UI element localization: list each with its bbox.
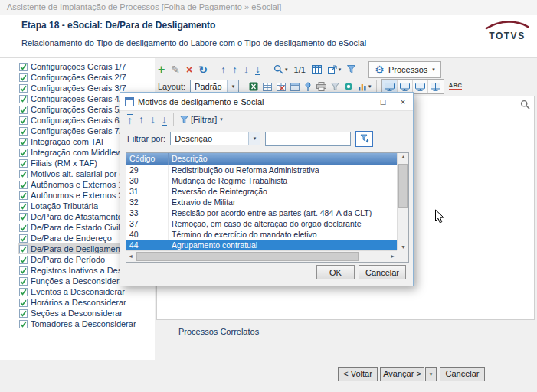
next-record-button[interactable]: ↓ <box>150 114 156 125</box>
view-mode-split-button[interactable] <box>428 80 444 93</box>
first-record-button[interactable]: ↑ <box>221 64 226 75</box>
next-options-dropdown[interactable]: ▾ <box>425 367 437 381</box>
motivos-table: Código Descrição 29 Redistribuição ou Re… <box>126 152 409 263</box>
dialog-window-controls: — □ × <box>353 93 413 110</box>
next-button[interactable]: Avançar > <box>380 367 424 381</box>
step-check-icon <box>19 320 28 328</box>
cancel-button[interactable]: Cancelar <box>440 367 485 381</box>
dialog-title: Motivos de desligamento e-Social <box>138 97 264 106</box>
vertical-scroll-thumb[interactable] <box>398 164 408 208</box>
minimize-icon[interactable]: — <box>353 93 373 110</box>
filter-button[interactable] <box>347 65 355 74</box>
funnel-arrow-icon <box>360 134 369 143</box>
table-row[interactable]: 37 Remoção, em caso de alteração do órgã… <box>126 218 397 229</box>
chart-button[interactable]: ▾ <box>358 83 372 91</box>
step-label: Autônomos e Externos 2/2 <box>31 191 130 200</box>
close-icon[interactable]: × <box>393 93 413 110</box>
excel-export-button[interactable] <box>249 82 258 91</box>
step-check-icon <box>19 288 28 296</box>
zoom-button[interactable]: ▾ <box>273 64 288 74</box>
spellcheck-button[interactable]: ABC <box>449 83 462 91</box>
first-record-button[interactable]: ↑ <box>127 114 133 126</box>
scrollbar-corner <box>397 250 408 262</box>
back-button[interactable]: < Voltar <box>338 367 378 381</box>
filter-row-button[interactable] <box>331 83 339 91</box>
apply-filter-button[interactable] <box>355 131 373 147</box>
column-header-codigo[interactable]: Código <box>126 153 169 165</box>
previous-record-button[interactable]: ↑ <box>232 64 237 75</box>
step-label: Eventos a Desconsiderar <box>31 287 125 296</box>
processos-dropdown[interactable]: ⚙ Processos ▾ <box>368 61 440 78</box>
sidebar-step-item[interactable]: Horários a Desconsiderar <box>18 297 149 308</box>
last-record-button[interactable]: ↓ <box>255 64 260 75</box>
save-layout-button[interactable] <box>263 83 272 91</box>
monitor-icon <box>385 83 395 91</box>
filter-value-input[interactable] <box>265 132 351 146</box>
chevron-down-icon: ▾ <box>432 67 435 73</box>
table-row[interactable]: 29 Redistribuição ou Reforma Administrat… <box>126 165 397 175</box>
last-record-button[interactable]: ↓ <box>162 114 167 126</box>
cell-codigo: 33 <box>126 207 169 218</box>
table-row[interactable]: 44 Agrupamento contratual <box>126 240 397 250</box>
grid-search-button[interactable] <box>520 99 530 113</box>
refresh-button[interactable]: ↻ <box>198 64 208 75</box>
excel-icon <box>249 82 258 91</box>
view-mode-form-button[interactable] <box>413 80 428 93</box>
edit-button[interactable]: ✎ <box>171 64 180 75</box>
previous-record-button[interactable]: ↑ <box>139 114 144 125</box>
clear-layout-button[interactable] <box>277 83 286 91</box>
sidebar-step-item[interactable]: Tomadores a Desconsiderar <box>18 318 149 329</box>
add-button[interactable]: + <box>158 64 165 76</box>
vertical-scrollbar[interactable]: ▲ ▼ <box>397 153 408 250</box>
table-row[interactable]: 31 Reversão de Reintegração <box>126 186 397 197</box>
sidebar-step-item[interactable]: Configurações Gerais 2/7 <box>18 72 149 83</box>
scroll-right-icon[interactable]: ► <box>390 253 395 259</box>
filter-field-value: Descrição <box>175 134 212 143</box>
chevron-down-icon: ▾ <box>232 83 235 90</box>
sidebar-step-item[interactable]: Seções a Desconsiderar <box>18 308 149 318</box>
table-row[interactable]: 40 Término do exercício do mandato eleti… <box>126 229 397 240</box>
monitor-icon <box>415 83 425 91</box>
next-record-button[interactable]: ↓ <box>244 64 249 75</box>
step-check-icon <box>19 277 28 286</box>
table-header: Código Descrição <box>126 153 397 165</box>
pin-button[interactable] <box>304 82 312 92</box>
layout-label: Layout: <box>158 82 185 91</box>
delete-button[interactable]: × <box>186 64 192 75</box>
step-label: De/Para de Afastamento <box>31 212 123 221</box>
filter-field-select[interactable]: Descrição ▾ <box>170 132 260 145</box>
funnel-icon <box>347 65 355 74</box>
table-row[interactable]: 33 Rescisão por acordo entre as partes (… <box>126 207 397 218</box>
filtrar-label: [Filtrar] <box>191 115 217 124</box>
export-button[interactable]: ▾ <box>328 65 342 74</box>
processos-correlatos-label: Processos Correlatos <box>178 327 259 336</box>
step-check-icon <box>19 138 28 146</box>
grid-icon <box>263 83 272 91</box>
ok-button[interactable]: OK <box>316 265 355 279</box>
horizontal-scrollbar[interactable]: ◄ ► <box>126 250 397 262</box>
scroll-up-icon[interactable]: ▲ <box>398 154 409 159</box>
preview-button[interactable] <box>344 82 353 91</box>
grid-columns-button[interactable] <box>312 65 322 74</box>
column-chooser-button[interactable] <box>290 83 300 91</box>
print-button[interactable] <box>316 82 326 91</box>
horizontal-scroll-thumb[interactable] <box>136 252 359 261</box>
sidebar-step-item[interactable]: Eventos a Desconsiderar <box>18 286 149 297</box>
table-row[interactable]: 30 Mudança de Regime Trabalhista <box>126 175 397 186</box>
funnel-icon <box>180 116 188 124</box>
step-check-icon <box>19 159 28 168</box>
scroll-left-icon[interactable]: ◄ <box>128 253 133 259</box>
filtrar-menu-button[interactable]: [Filtrar] ▾ <box>180 115 223 124</box>
sidebar-step-item[interactable]: Configurações Gerais 1/7 <box>18 61 149 72</box>
cell-codigo: 30 <box>126 175 169 186</box>
maximize-icon[interactable]: □ <box>373 93 393 110</box>
chevron-down-icon: ▾ <box>339 67 342 73</box>
table-row[interactable]: 32 Extravio de Militar <box>126 197 397 207</box>
dialog-cancel-button[interactable]: Cancelar <box>359 265 406 279</box>
scroll-down-icon[interactable]: ▼ <box>398 244 409 250</box>
step-label: Integração com Middleware <box>31 148 134 157</box>
toolbar-separator <box>267 64 267 76</box>
column-header-descricao[interactable]: Descrição <box>169 153 397 165</box>
eye-icon <box>344 82 353 91</box>
toolbar-separator <box>214 64 214 76</box>
